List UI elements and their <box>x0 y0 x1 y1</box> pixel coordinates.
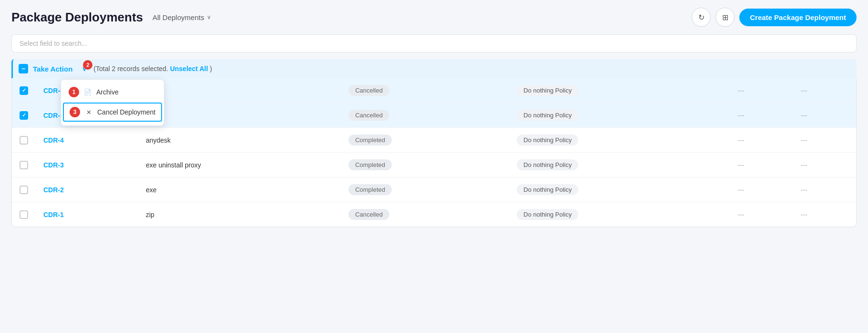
table-row: CDR-1 zip Cancelled Do nothing Policy --… <box>12 202 856 227</box>
create-package-deployment-button[interactable]: Create Package Deployment <box>739 9 857 26</box>
take-action-badge: 2 <box>83 60 92 70</box>
policy-badge: Do nothing Policy <box>517 85 578 96</box>
col4-value: --- <box>738 161 745 169</box>
policy-badge: Do nothing Policy <box>517 184 578 195</box>
col4-value: --- <box>738 186 745 194</box>
row-checkbox-cell[interactable] <box>12 177 36 202</box>
col5-value: --- <box>801 211 807 219</box>
row-col4-cell: --- <box>730 78 793 103</box>
deployment-id-link[interactable]: CDR-1 <box>43 211 64 219</box>
row-id-cell: CDR-2 <box>36 177 138 202</box>
package-name: exe uninstall proxy <box>146 161 201 169</box>
col4-value: --- <box>738 87 745 94</box>
row-policy-cell: Do nothing Policy <box>509 153 730 177</box>
cancel-deployment-menu-item[interactable]: 3 ✕ Cancel Deployment <box>63 103 162 122</box>
row-col4-cell: --- <box>730 177 793 202</box>
status-badge: Cancelled <box>348 85 389 96</box>
package-name: zip <box>146 211 154 219</box>
row-package-cell: zip <box>138 202 341 227</box>
search-placeholder: Select field to search... <box>20 40 87 47</box>
deployment-id-link[interactable]: CDR-2 <box>43 186 64 194</box>
row-policy-cell: Do nothing Policy <box>509 103 730 128</box>
deployment-id-link[interactable]: CDR-4 <box>43 136 64 144</box>
refresh-button[interactable]: ↻ <box>692 8 711 27</box>
row-package-cell: exe <box>138 177 341 202</box>
archive-menu-item[interactable]: 1 📄 Archive <box>61 83 164 102</box>
package-name: exe <box>146 186 157 194</box>
policy-badge: Do nothing Policy <box>517 159 578 170</box>
col5-value: --- <box>801 136 807 144</box>
archive-icon: 📄 <box>84 89 92 96</box>
minus-icon: − <box>21 65 25 73</box>
page-title: Package Deployments <box>11 10 143 25</box>
row-col5-cell: --- <box>793 202 856 227</box>
row-package-cell: vysor <box>138 103 341 128</box>
row-checkbox[interactable] <box>20 186 28 194</box>
status-badge: Cancelled <box>348 209 389 220</box>
archive-label: Archive <box>96 88 119 96</box>
table-row: CDR-4 anydesk Completed Do nothing Polic… <box>12 128 856 153</box>
table-row: CDR-2 exe Completed Do nothing Policy --… <box>12 177 856 202</box>
policy-badge: Do nothing Policy <box>517 110 578 121</box>
status-badge: Completed <box>348 184 392 195</box>
selection-info: (Total 2 records selected. Unselect All … <box>93 65 212 73</box>
row-id-cell: CDR-4 <box>36 128 138 153</box>
row-policy-cell: Do nothing Policy <box>509 202 730 227</box>
page-header: Package Deployments All Deployments ∨ ↻ … <box>11 8 857 27</box>
deployment-id-link[interactable]: CDR-3 <box>43 161 64 169</box>
take-action-button[interactable]: Take Action 2 ∨ <box>33 65 87 73</box>
row-col5-cell: --- <box>793 177 856 202</box>
filter-dropdown[interactable]: All Deployments ∨ <box>149 11 215 23</box>
page-container: Package Deployments All Deployments ∨ ↻ … <box>0 0 868 333</box>
row-col5-cell: --- <box>793 153 856 177</box>
row-checkbox[interactable] <box>20 111 28 120</box>
row-col4-cell: --- <box>730 153 793 177</box>
col4-value: --- <box>738 136 745 144</box>
row-status-cell: Completed <box>341 177 509 202</box>
col4-value: --- <box>738 112 745 119</box>
row-checkbox[interactable] <box>20 136 28 145</box>
cancel-deployment-label: Cancel Deployment <box>97 108 155 116</box>
status-badge: Cancelled <box>348 110 389 121</box>
row-package-cell: snagit <box>138 78 341 103</box>
row-policy-cell: Do nothing Policy <box>509 128 730 153</box>
row-col5-cell: --- <box>793 128 856 153</box>
row-checkbox-cell[interactable] <box>12 202 36 227</box>
row-checkbox[interactable] <box>20 210 28 219</box>
take-action-label: Take Action <box>33 65 72 73</box>
row-col4-cell: --- <box>730 128 793 153</box>
row-checkbox-cell[interactable] <box>12 153 36 177</box>
table-row: CDR-3 exe uninstall proxy Completed Do n… <box>12 153 856 177</box>
refresh-icon: ↻ <box>698 13 705 22</box>
row-col5-cell: --- <box>793 78 856 103</box>
row-policy-cell: Do nothing Policy <box>509 78 730 103</box>
row-checkbox[interactable] <box>20 161 28 169</box>
col4-value: --- <box>738 211 745 219</box>
col5-value: --- <box>801 112 807 119</box>
row-checkbox-cell[interactable] <box>12 128 36 153</box>
unselect-all-link[interactable]: Unselect All <box>170 65 208 73</box>
search-bar[interactable]: Select field to search... <box>11 34 857 52</box>
row-checkbox[interactable] <box>20 86 28 95</box>
row-col5-cell: --- <box>793 103 856 128</box>
col5-value: --- <box>801 161 807 169</box>
row-status-cell: Cancelled <box>341 202 509 227</box>
row-status-cell: Completed <box>341 153 509 177</box>
col5-value: --- <box>801 186 807 194</box>
header-right: ↻ ⊞ Create Package Deployment <box>692 8 857 27</box>
grid-view-button[interactable]: ⊞ <box>715 8 735 27</box>
row-col4-cell: --- <box>730 202 793 227</box>
row-checkbox-cell[interactable] <box>12 78 36 103</box>
cancel-badge: 3 <box>70 107 80 117</box>
archive-badge: 1 <box>69 87 79 97</box>
row-status-cell: Cancelled <box>341 78 509 103</box>
row-package-cell: anydesk <box>138 128 341 153</box>
header-left: Package Deployments All Deployments ∨ <box>11 10 215 25</box>
deselect-all-button[interactable]: − <box>19 64 28 73</box>
status-badge: Completed <box>348 159 392 170</box>
chevron-down-icon: ∨ <box>207 14 211 21</box>
row-checkbox-cell[interactable] <box>12 103 36 128</box>
row-id-cell: CDR-3 <box>36 153 138 177</box>
package-name: anydesk <box>146 136 171 144</box>
grid-icon: ⊞ <box>722 13 728 22</box>
